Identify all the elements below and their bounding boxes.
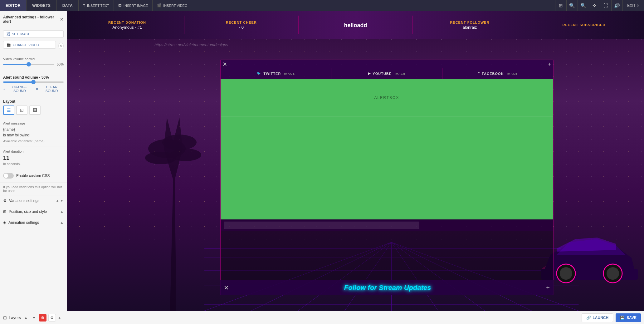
launch-button[interactable]: 🔗 LAUNCH bbox=[582, 313, 613, 322]
layout-label: Layout bbox=[3, 99, 64, 104]
image-btn-icon: 🖼 bbox=[7, 32, 10, 36]
insert-video-button[interactable]: 🎬 INSERT VIDEO bbox=[153, 0, 192, 11]
recent-follower-item: RECENT FOLLOWER alonraiz bbox=[413, 19, 527, 31]
position-collapse-arrow[interactable]: ▲ bbox=[60, 209, 64, 214]
alert-sound-slider-container bbox=[3, 81, 64, 83]
facebook-tab-label: IMAGE bbox=[507, 72, 518, 75]
bottom-add-button[interactable]: + bbox=[546, 284, 550, 291]
youtube-tab[interactable]: ▶ YOUTUBE IMAGE bbox=[331, 68, 442, 79]
tab-widgets[interactable]: WIDGETS bbox=[27, 0, 57, 11]
position-size-label: ⊞ Position, size and style bbox=[3, 209, 47, 214]
set-image-button[interactable]: 🖼 SET IMAGE bbox=[3, 30, 64, 38]
alert-duration-unit: In seconds. bbox=[3, 162, 64, 166]
svg-point-3 bbox=[170, 149, 201, 161]
svg-rect-19 bbox=[541, 269, 638, 280]
animation-settings-section[interactable]: ◈ Animation settings ▲ bbox=[0, 217, 67, 228]
url-watermark: https://strms.net/violetmomentumdesigns bbox=[154, 42, 228, 47]
variations-down-arrow[interactable]: ▼ bbox=[60, 199, 64, 203]
layout-buttons: ☰ ⊡ 🖼 bbox=[3, 106, 64, 115]
position-icon: ⊞ bbox=[3, 209, 6, 214]
change-video-button[interactable]: 🎬 CHANGE VIDEO bbox=[3, 41, 56, 49]
insert-text-button[interactable]: T INSERT TEXT bbox=[79, 0, 114, 11]
audio-button[interactable]: 🔊 bbox=[611, 0, 622, 11]
zoom-out-button[interactable]: 🔍 bbox=[578, 0, 589, 11]
bottom-close-button[interactable]: ✕ bbox=[224, 284, 229, 292]
layers-label: Layers bbox=[9, 315, 21, 320]
insert-image-button[interactable]: 🖼 INSERT IMAGE bbox=[114, 0, 153, 11]
enable-css-toggle[interactable] bbox=[3, 173, 14, 179]
alertbox-green-area: ALERTBOX bbox=[221, 79, 553, 116]
recent-donation-value: Anonymous - #1 bbox=[112, 25, 142, 30]
position-size-section[interactable]: ⊞ Position, size and style ▲ bbox=[0, 206, 67, 217]
alert-sound-slider[interactable] bbox=[3, 81, 64, 83]
layer-settings-button[interactable]: ⚙ bbox=[48, 314, 56, 322]
recent-cheer-label: RECENT CHEER bbox=[226, 21, 257, 24]
variations-note: If you add variations this option will n… bbox=[0, 183, 67, 195]
panel-title: Advanced settings - follower alert bbox=[3, 15, 60, 24]
widget-close-button[interactable]: ✕ bbox=[222, 61, 227, 68]
twitter-icon: 🐦 bbox=[257, 71, 261, 76]
alert-sound-label: Alert sound volume - 50% bbox=[3, 75, 64, 80]
main-green-area bbox=[221, 116, 553, 219]
social-tabs: 🐦 TWITTER IMAGE ▶ YOUTUBE IMAGE f FACEBO… bbox=[221, 68, 553, 79]
save-button[interactable]: 💾 SAVE bbox=[616, 313, 641, 322]
alert-message-section: Alert message {name} is now following! A… bbox=[0, 118, 67, 146]
bottom-bar: ⊞ Layers ▲ ▼ 🗑 ⚙ ▲ 🔗 LAUNCH 💾 SAVE bbox=[0, 311, 644, 324]
layers-collapse-arrow[interactable]: ▲ bbox=[58, 316, 61, 320]
layout-image-only-button[interactable]: 🖼 bbox=[29, 106, 41, 115]
layer-delete-button[interactable]: 🗑 bbox=[39, 314, 46, 322]
clear-icon: ✕ bbox=[36, 87, 38, 91]
clear-sound-button[interactable]: ✕ CLEAR SOUND bbox=[36, 85, 64, 93]
left-panel: Advanced settings - follower alert ✕ 🖼 S… bbox=[0, 11, 67, 311]
twitter-tab[interactable]: 🐦 TWITTER IMAGE bbox=[221, 68, 331, 79]
close-panel-button[interactable]: ✕ bbox=[60, 17, 64, 22]
facebook-tab[interactable]: f FACEBOOK IMAGE bbox=[442, 68, 553, 79]
tab-data[interactable]: DATA bbox=[57, 0, 79, 11]
text-input-placeholder[interactable] bbox=[224, 222, 419, 229]
bottom-action-buttons: 🔗 LAUNCH 💾 SAVE bbox=[582, 313, 641, 322]
fullscreen-button[interactable]: ⛶ bbox=[600, 0, 611, 11]
recent-subscriber-item: RECENT SUBSCRIBER bbox=[527, 22, 641, 28]
exit-button[interactable]: EXIT ✕ bbox=[622, 0, 644, 11]
toolbar: EDITOR WIDGETS DATA T INSERT TEXT 🖼 INSE… bbox=[0, 0, 644, 11]
layout-horizontal-button[interactable]: ☰ bbox=[3, 106, 14, 115]
alert-widget[interactable]: ✕ + 🐦 TWITTER IMAGE ▶ YOUTUBE IMAGE bbox=[220, 60, 554, 295]
custom-css-section: Enable custom CSS bbox=[0, 169, 67, 183]
youtube-tab-label: IMAGE bbox=[395, 72, 406, 75]
layer-down-button[interactable]: ▼ bbox=[31, 314, 37, 321]
change-sound-button[interactable]: ♪ CHANGE SOUND bbox=[3, 85, 33, 93]
widget-top-controls: ✕ + bbox=[221, 60, 553, 68]
animation-collapse-arrow[interactable]: ▲ bbox=[60, 220, 64, 225]
alert-duration-section: Alert duration 11 In seconds. bbox=[0, 146, 67, 169]
layer-up-button[interactable]: ▲ bbox=[23, 314, 29, 321]
text-icon: T bbox=[83, 4, 85, 7]
recent-donation-label: RECENT DONATION bbox=[108, 21, 146, 24]
variations-arrows: ▲ ▼ bbox=[56, 199, 64, 203]
sound-buttons: ♪ CHANGE SOUND ✕ CLEAR SOUND bbox=[3, 85, 64, 93]
widget-add-button[interactable]: + bbox=[548, 61, 551, 68]
variations-settings-section[interactable]: ⚙ Variations settings ▲ ▼ bbox=[0, 195, 67, 206]
media-section: 🖼 SET IMAGE 🎬 CHANGE VIDEO ✕ bbox=[0, 27, 67, 54]
animation-icon: ◈ bbox=[3, 220, 6, 225]
video-volume-section: Video volume control 50% bbox=[0, 54, 67, 72]
recent-donation-item: RECENT DONATION Anonymous - #1 bbox=[70, 19, 184, 31]
main-content: Advanced settings - follower alert ✕ 🖼 S… bbox=[0, 11, 644, 311]
move-button[interactable]: ✛ bbox=[589, 0, 600, 11]
image-icon: 🖼 bbox=[118, 4, 122, 7]
video-volume-slider[interactable] bbox=[3, 64, 54, 65]
remove-video-button[interactable]: ✕ bbox=[58, 43, 64, 49]
youtube-icon: ▶ bbox=[368, 71, 371, 76]
top-overlay-bar: RECENT DONATION Anonymous - #1 RECENT CH… bbox=[67, 11, 644, 39]
grid-icon-button[interactable]: ⊞ bbox=[555, 0, 566, 11]
tab-editor[interactable]: EDITOR bbox=[0, 0, 27, 11]
stream-overlay: RECENT DONATION Anonymous - #1 RECENT CH… bbox=[67, 11, 644, 311]
enable-css-label: Enable custom CSS bbox=[16, 174, 50, 178]
layout-image-left-button[interactable]: ⊡ bbox=[16, 106, 27, 115]
layout-section: Layout ☰ ⊡ 🖼 bbox=[0, 96, 67, 118]
facebook-icon: f bbox=[478, 72, 480, 76]
toolbar-right-actions: ⊞ 🔍 🔍 ✛ ⛶ 🔊 EXIT ✕ bbox=[555, 0, 644, 11]
zoom-in-button[interactable]: 🔍 bbox=[566, 0, 578, 11]
variations-up-arrow[interactable]: ▲ bbox=[56, 199, 59, 203]
recent-cheer-item: RECENT CHEER - 0 bbox=[184, 19, 298, 31]
alert-message-line-2: is now following! bbox=[3, 132, 64, 138]
